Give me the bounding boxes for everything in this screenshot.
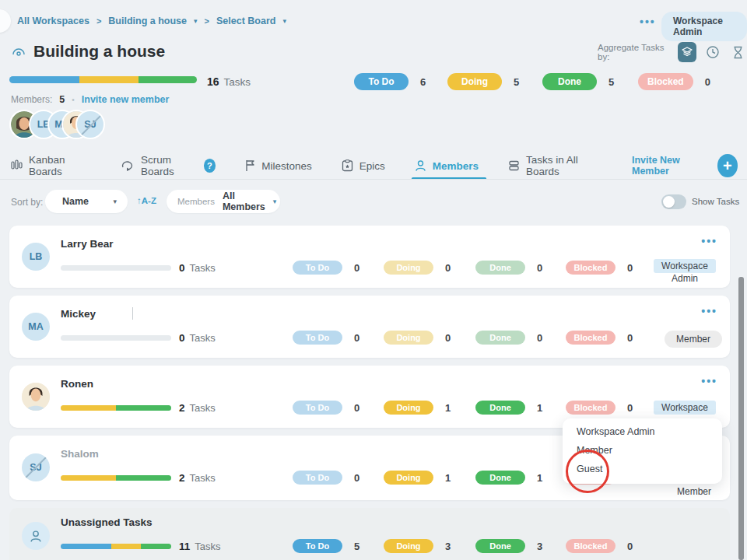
stacked-cards-icon xyxy=(508,159,520,172)
member-progress-bar xyxy=(61,405,171,411)
scrollbar-thumb[interactable] xyxy=(738,277,744,560)
flag-icon xyxy=(245,159,255,172)
topbar-menu-dots[interactable]: ••• xyxy=(640,16,656,28)
person-icon xyxy=(415,159,426,172)
unassigned-tasks-row: Unassigned Tasks 11Tasks To Do5 Doing3 D… xyxy=(9,508,730,560)
summary-todo: To Do 6 xyxy=(354,73,426,90)
invite-new-member-button[interactable]: Invite New Member xyxy=(632,155,710,177)
role-line-1: Workspace xyxy=(654,401,716,415)
todo-group: To Do5 xyxy=(293,539,359,553)
row-title: Unassigned Tasks xyxy=(61,516,153,528)
member-role-select[interactable]: Workspace Admin xyxy=(644,259,725,284)
tab-milestones[interactable]: Milestones xyxy=(245,152,312,179)
tab-tasks-all-boards[interactable]: Tasks in All Boards xyxy=(508,152,602,179)
chevron-down-icon[interactable]: ▾ xyxy=(194,17,198,25)
blocked-count: 0 xyxy=(627,332,633,344)
hourglass-icon[interactable] xyxy=(728,42,747,62)
done-badge: Done xyxy=(475,471,525,485)
text-cursor xyxy=(132,307,133,320)
member-role-select[interactable]: Member xyxy=(665,331,722,348)
role-line-1: Workspace xyxy=(654,259,716,273)
doing-group: Doing1 xyxy=(384,471,451,485)
member-task-total: 0Tasks xyxy=(179,331,216,345)
blocked-count: 0 xyxy=(705,76,710,88)
total-tasks-word: Tasks xyxy=(224,76,251,88)
gauge-icon xyxy=(11,45,26,58)
todo-group: To Do0 xyxy=(293,331,359,345)
breadcrumb-all-workspaces[interactable]: All Workspaces xyxy=(17,16,89,26)
blocked-group: Blocked0 xyxy=(566,539,633,553)
total-tasks: 16Tasks xyxy=(207,75,251,89)
doing-count: 1 xyxy=(445,472,451,484)
tab-kanban-boards[interactable]: Kanban Boards xyxy=(11,152,91,179)
member-name: Mickey xyxy=(61,308,96,320)
progress-doing-segment xyxy=(61,405,116,411)
blocked-badge: Blocked xyxy=(566,401,615,415)
unassigned-person-icon xyxy=(22,522,50,550)
sort-direction-toggle[interactable]: ↑A-Z xyxy=(137,196,156,205)
chevron-down-icon: ▾ xyxy=(113,198,117,205)
todo-group: To Do0 xyxy=(293,261,359,275)
layers-icon[interactable] xyxy=(678,42,696,62)
help-icon[interactable]: ? xyxy=(204,159,216,173)
row-menu-dots[interactable]: ••• xyxy=(701,375,717,387)
invite-new-member-link[interactable]: Invite new member xyxy=(82,94,170,105)
todo-group: To Do0 xyxy=(293,471,359,485)
doing-badge: Doing xyxy=(384,539,433,553)
done-count: 1 xyxy=(537,402,542,414)
breadcrumb-separator: > xyxy=(205,16,209,26)
todo-badge: To Do xyxy=(293,331,342,345)
tab-members[interactable]: Members xyxy=(415,152,479,179)
sort-value: Name xyxy=(62,196,89,207)
progress-doing-segment xyxy=(79,76,138,83)
done-group: Done0 xyxy=(475,261,542,275)
members-filter-dropdown[interactable]: Members All Members ▾ xyxy=(167,190,280,213)
sort-dropdown[interactable]: Name ▾ xyxy=(45,190,128,213)
doing-badge: Doing xyxy=(384,471,433,485)
blocked-badge: Blocked xyxy=(566,539,615,553)
member-task-total: 2Tasks xyxy=(179,471,216,485)
member-task-total: 11Tasks xyxy=(179,539,221,553)
clipboard-star-icon xyxy=(342,159,353,172)
todo-count: 0 xyxy=(354,262,359,274)
task-count: 0 xyxy=(179,332,185,344)
todo-count: 5 xyxy=(354,541,359,552)
summary-done: Done 5 xyxy=(542,73,614,90)
role-dropdown-menu: Workspace Admin Member Guest xyxy=(563,418,722,484)
member-role-select[interactable]: Workspace xyxy=(644,401,725,415)
member-task-total: 2Tasks xyxy=(179,401,216,415)
sprint-cycle-icon xyxy=(121,159,135,172)
doing-count: 3 xyxy=(445,541,451,552)
avatar-photo-man xyxy=(22,383,50,411)
tab-label: Kanban Boards xyxy=(29,154,91,177)
tab-scrum-boards[interactable]: Scrum Boards ? xyxy=(121,152,216,179)
doing-group: Doing1 xyxy=(384,401,451,415)
plus-icon[interactable]: + xyxy=(717,154,738,177)
task-count: 2 xyxy=(179,472,185,484)
show-tasks-toggle[interactable] xyxy=(661,194,686,209)
done-group: Done3 xyxy=(475,539,542,553)
row-menu-dots[interactable]: ••• xyxy=(701,305,717,317)
done-count: 5 xyxy=(608,76,614,88)
clock-icon[interactable] xyxy=(703,42,722,62)
chevron-down-icon[interactable]: ▾ xyxy=(282,17,286,25)
menu-item-workspace-admin[interactable]: Workspace Admin xyxy=(577,426,655,437)
tab-epics[interactable]: Epics xyxy=(342,152,385,179)
progress-todo-segment xyxy=(61,544,111,549)
task-count: 2 xyxy=(179,402,185,414)
progress-done-segment xyxy=(139,76,197,83)
workspace-members-page: All Workspaces > Building a house ▾ > Se… xyxy=(0,0,747,560)
blocked-badge: Blocked xyxy=(566,261,615,275)
breadcrumb-workspace[interactable]: Building a house xyxy=(108,16,187,26)
avatar-initials-sj: SJ xyxy=(75,110,105,139)
done-group: Done1 xyxy=(475,401,542,415)
row-menu-dots[interactable]: ••• xyxy=(701,235,717,247)
done-count: 3 xyxy=(537,541,542,552)
todo-badge: To Do xyxy=(293,539,342,553)
sort-direction-label: A-Z xyxy=(142,196,156,205)
breadcrumb-board[interactable]: Select Board xyxy=(216,16,275,26)
member-role-label[interactable]: Member xyxy=(677,486,711,497)
current-role-chip[interactable]: Workspace Admin xyxy=(661,12,747,41)
member-progress-bar xyxy=(61,265,171,271)
progress-doing-segment xyxy=(111,544,142,549)
